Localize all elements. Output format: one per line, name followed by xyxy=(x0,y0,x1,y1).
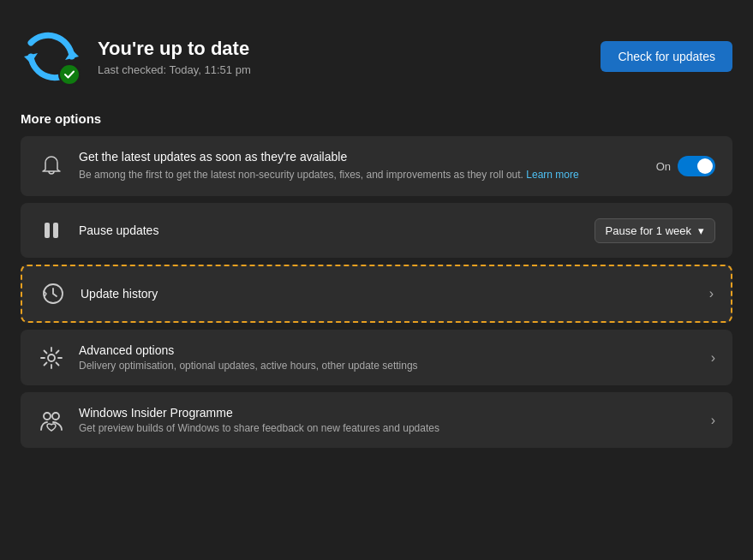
advanced-options-text: Advanced options Delivery optimisation, … xyxy=(79,343,697,372)
windows-insider-text: Windows Insider Programme Get preview bu… xyxy=(79,406,697,434)
history-icon xyxy=(39,280,67,307)
header-left: You're up to date Last checked: Today, 1… xyxy=(21,26,251,87)
windows-insider-title: Windows Insider Programme xyxy=(79,406,697,420)
windows-insider-icon xyxy=(38,407,65,434)
svg-point-8 xyxy=(52,413,59,420)
chevron-right-icon: › xyxy=(711,413,715,428)
latest-updates-title: Get the latest updates as soon as they'r… xyxy=(79,150,642,164)
check-updates-button[interactable]: Check for updates xyxy=(601,41,732,72)
checkmark-icon xyxy=(63,69,75,80)
up-to-date-badge xyxy=(58,63,81,86)
advanced-options-title: Advanced options xyxy=(79,343,697,357)
chevron-right-icon: › xyxy=(711,350,715,366)
svg-rect-4 xyxy=(53,223,58,238)
last-checked-text: Last checked: Today, 11:51 pm xyxy=(98,63,251,76)
latest-updates-text: Get the latest updates as soon as they'r… xyxy=(79,150,642,182)
latest-updates-desc: Be among the first to get the latest non… xyxy=(79,167,642,182)
latest-updates-card: Get the latest updates as soon as they'r… xyxy=(21,136,732,196)
pause-updates-label: Pause updates xyxy=(79,223,581,237)
advanced-options-card[interactable]: Advanced options Delivery optimisation, … xyxy=(21,330,732,385)
chevron-down-icon: ▾ xyxy=(698,224,704,237)
section-title: More options xyxy=(21,111,732,126)
bell-icon xyxy=(38,152,65,180)
pause-updates-card: Pause updates Pause for 1 week ▾ xyxy=(21,203,732,258)
page-header: You're up to date Last checked: Today, 1… xyxy=(21,17,732,104)
header-text: You're up to date Last checked: Today, 1… xyxy=(98,38,251,76)
svg-point-6 xyxy=(48,354,55,361)
chevron-right-icon: › xyxy=(709,286,714,301)
status-title: You're up to date xyxy=(98,38,251,60)
latest-updates-toggle[interactable] xyxy=(678,156,715,176)
advanced-options-icon xyxy=(38,344,65,372)
learn-more-link[interactable]: Learn more xyxy=(526,169,578,181)
toggle-on-label: On xyxy=(656,160,671,173)
update-history-label: Update history xyxy=(81,287,696,301)
toggle-group: On xyxy=(656,156,715,176)
pause-duration-dropdown[interactable]: Pause for 1 week ▾ xyxy=(595,218,715,243)
windows-insider-desc: Get preview builds of Windows to share f… xyxy=(79,422,697,434)
toggle-knob xyxy=(697,158,713,174)
pause-dropdown-value: Pause for 1 week xyxy=(606,224,691,237)
pause-icon xyxy=(38,217,65,244)
svg-point-7 xyxy=(44,413,51,420)
windows-insider-card[interactable]: Windows Insider Programme Get preview bu… xyxy=(21,392,732,448)
update-icon-wrap xyxy=(21,26,82,87)
update-history-card[interactable]: Update history › xyxy=(21,265,732,323)
advanced-options-desc: Delivery optimisation, optional updates,… xyxy=(79,360,697,372)
svg-rect-3 xyxy=(45,223,50,238)
